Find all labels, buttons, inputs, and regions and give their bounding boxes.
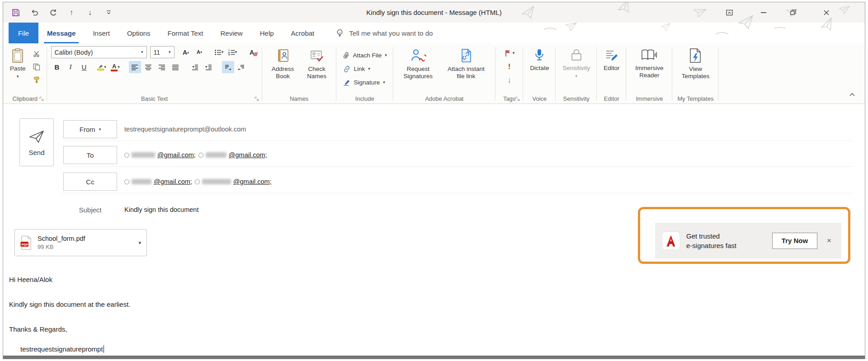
tab-options[interactable]: Options: [118, 23, 159, 43]
tab-help[interactable]: Help: [251, 23, 283, 43]
sensitivity-button[interactable]: Sensitivity ▾: [560, 46, 593, 80]
move-down-button[interactable]: ↓: [85, 7, 95, 19]
recipient-chip[interactable]: @gmail.com;: [124, 151, 196, 159]
restore-button[interactable]: [784, 2, 802, 23]
underline-button[interactable]: U: [78, 61, 90, 73]
recipient-chip[interactable]: @gmail.com;: [198, 151, 267, 159]
tab-acrobat[interactable]: Acrobat: [283, 23, 323, 43]
cut-button[interactable]: [30, 48, 43, 60]
bold-button[interactable]: B: [51, 61, 63, 73]
tell-me-box[interactable]: Tell me what you want to do: [335, 23, 433, 43]
font-name-value: Calibri (Body): [55, 49, 93, 56]
cc-button[interactable]: Cc: [63, 173, 117, 191]
font-size-value: 11: [154, 49, 160, 56]
low-importance-button[interactable]: ↓: [507, 74, 511, 86]
font-size-select[interactable]: 11 ▾: [150, 46, 175, 58]
save-button[interactable]: [10, 7, 21, 19]
tags-dialog-launcher[interactable]: [515, 97, 520, 101]
clear-formatting-icon: A: [250, 49, 254, 56]
decrease-indent-button[interactable]: [189, 61, 201, 73]
group-label-sensitivity: Sensitivity: [556, 95, 597, 102]
numbering-button[interactable]: ▾: [226, 46, 239, 58]
high-importance-button[interactable]: !: [508, 61, 511, 72]
tab-format-text[interactable]: Format Text: [159, 23, 212, 43]
recipient-chip[interactable]: @gmail.com;: [124, 178, 192, 185]
collapse-ribbon-button[interactable]: [847, 90, 858, 99]
redo-icon: [49, 9, 57, 16]
from-button[interactable]: From ▾: [63, 120, 117, 138]
chevron-down-icon[interactable]: ▾: [138, 240, 141, 246]
clear-formatting-button[interactable]: A: [246, 46, 258, 58]
low-importance-icon: ↓: [507, 76, 511, 84]
highlight-color-button[interactable]: ▾: [96, 61, 108, 73]
editor-button[interactable]: Editor: [601, 46, 622, 74]
microphone-icon: [533, 48, 545, 62]
attach-file-button[interactable]: Attach File ▾: [340, 49, 389, 62]
highlighter-icon: [97, 64, 104, 70]
right-to-left-button[interactable]: [236, 61, 248, 73]
italic-button[interactable]: I: [65, 61, 77, 73]
body-greeting[interactable]: Hi Heena/Alok: [9, 276, 52, 283]
recipient-chip[interactable]: @gmail.com;: [195, 178, 272, 185]
pdf-file-icon: PDF: [20, 235, 32, 250]
font-color-button[interactable]: A ▾: [109, 61, 122, 73]
redo-button[interactable]: [47, 7, 58, 19]
chevron-down-icon: ▾: [383, 80, 385, 84]
check-names-icon: [309, 48, 325, 63]
left-to-right-button[interactable]: [222, 61, 234, 73]
tab-insert[interactable]: Insert: [84, 23, 118, 43]
request-signatures-button[interactable]: Request Signatures: [397, 46, 439, 81]
close-button[interactable]: [817, 2, 835, 23]
cc-field[interactable]: @gmail.com; @gmail.com;: [124, 173, 272, 191]
signature-button[interactable]: Signature ▾: [340, 76, 389, 89]
presence-icon: [124, 153, 129, 158]
to-button[interactable]: To: [63, 146, 117, 164]
attachment-chip[interactable]: PDF School_form.pdf 99 KB ▾: [14, 229, 147, 256]
shrink-font-button[interactable]: A▾: [193, 46, 206, 58]
send-button[interactable]: Send: [19, 118, 54, 166]
attachment-name: School_form.pdf: [38, 235, 85, 242]
copy-button[interactable]: [30, 61, 43, 73]
bullets-button[interactable]: ▾: [213, 46, 225, 58]
tab-message[interactable]: Message: [38, 23, 84, 43]
font-name-select[interactable]: Calibri (Body) ▾: [51, 46, 147, 58]
subject-field[interactable]: Kindly sign this document: [124, 202, 198, 218]
move-up-button[interactable]: ↑: [66, 7, 77, 19]
justify-button[interactable]: [170, 61, 182, 73]
dictate-button[interactable]: Dictate: [527, 46, 552, 74]
try-now-button[interactable]: Try Now: [772, 233, 817, 249]
align-right-button[interactable]: [156, 61, 168, 73]
tab-review[interactable]: Review: [212, 23, 251, 43]
increase-indent-button[interactable]: [203, 61, 215, 73]
copy-icon: [33, 63, 40, 70]
body-closing[interactable]: Thanks & Regards,: [9, 325, 67, 333]
undo-button[interactable]: [29, 7, 40, 19]
customize-qat-button[interactable]: [103, 7, 114, 19]
grow-font-button[interactable]: A▴: [180, 46, 192, 58]
link-button[interactable]: Link ▾: [340, 63, 389, 75]
attach-instant-file-link-label: Attach instant file link: [443, 66, 489, 80]
ribbon-tab-bar: File Message Insert Options Format Text …: [3, 23, 865, 43]
promo-close-button[interactable]: ×: [823, 235, 835, 247]
attach-instant-file-link-icon: [458, 48, 474, 63]
clipboard-dialog-launcher[interactable]: [39, 97, 44, 101]
align-left-button[interactable]: [129, 61, 141, 73]
follow-up-flag-button[interactable]: ▾: [504, 47, 515, 59]
basic-text-dialog-launcher[interactable]: [255, 97, 259, 101]
view-templates-button[interactable]: View Templates: [676, 46, 714, 81]
check-names-button[interactable]: Check Names: [302, 46, 332, 81]
ribbon-display-options-button[interactable]: [720, 2, 738, 23]
address-book-button[interactable]: Address Book: [266, 46, 300, 81]
format-painter-button[interactable]: [30, 74, 43, 86]
format-painter-icon: [33, 76, 40, 84]
minimize-icon: [761, 12, 766, 13]
body-line[interactable]: Kindly sign this document at the earlies…: [9, 300, 130, 308]
minimize-button[interactable]: [755, 2, 773, 23]
immersive-reader-button[interactable]: Immersive Reader: [630, 46, 668, 80]
tab-file[interactable]: File: [9, 23, 38, 43]
align-center-button[interactable]: [142, 61, 155, 73]
attach-instant-file-link-button[interactable]: Attach instant file link: [441, 46, 491, 81]
subject-label: Subject: [63, 202, 117, 218]
to-field[interactable]: @gmail.com; @gmail.com;: [124, 146, 267, 164]
paste-button[interactable]: Paste ▾: [7, 46, 28, 86]
